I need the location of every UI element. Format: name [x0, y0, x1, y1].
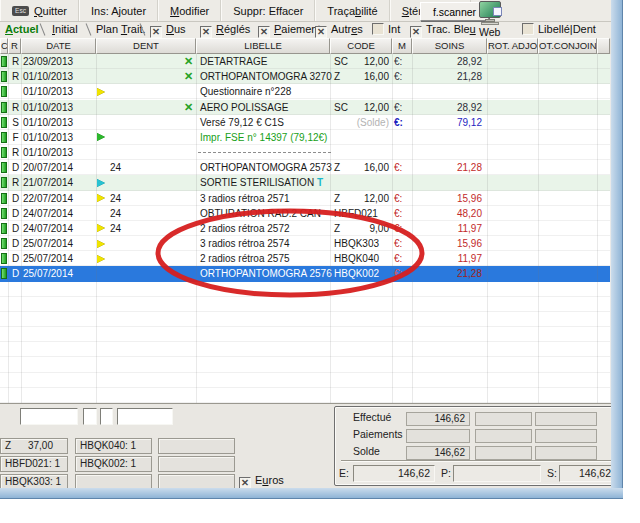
table-row[interactable]: S01/10/2013Versé 79,12 € C1S(Solde)€:79,… [0, 115, 610, 130]
table-row[interactable]: R21/07/2014SORTIE STERILISATIONT [0, 175, 610, 190]
checkbox-label: Int [388, 23, 400, 35]
euro-sign: €: [394, 236, 402, 250]
empty-row[interactable] [0, 342, 610, 357]
euro-sign: €: [394, 160, 402, 174]
row-type-letter: D [10, 206, 21, 220]
checkbox-label: Libellé|Dent [538, 23, 596, 35]
menu-item-ajouter[interactable]: Ins: Ajouter [79, 0, 158, 21]
row-type-letter: D [10, 236, 21, 250]
filter-checkbox-autres[interactable]: ✕Autres [315, 23, 363, 38]
row-type-letter: D [10, 266, 21, 281]
row-amount: 21,28 [410, 69, 482, 83]
row-label: 3 radios rétroa 2574 [200, 236, 290, 250]
column-header-m[interactable]: M [392, 38, 412, 54]
green-check-icon: ✕ [184, 69, 196, 83]
empty-row[interactable] [0, 327, 610, 342]
table-row[interactable]: D24/07/2014242 radios rétroa 2572Z9,00€:… [0, 221, 610, 236]
entry-box-1[interactable] [20, 408, 78, 425]
column-header-code[interactable]: CODE [330, 38, 392, 54]
row-coefficient: 12,00 [345, 191, 389, 205]
menu-item-effacer[interactable]: Suppr: Effacer [221, 0, 315, 21]
column-header-date[interactable]: DATE [21, 38, 96, 54]
row-status-green-bar [1, 268, 7, 279]
table-row[interactable]: R01/10/2013 [0, 145, 610, 160]
table-row[interactable]: F01/10/2013Impr. FSE n° 14397 (79,12€) [0, 130, 610, 145]
row-label: OBTURATION RAD.2 CAN [200, 206, 321, 220]
table-row[interactable]: D25/07/2014ORTHOPANTOMOGRA 2576HBQK002€:… [0, 266, 610, 281]
menu-item-label: Traçabilité [327, 5, 377, 17]
summary-empty-box [475, 446, 532, 460]
esc-key-icon: Esc [12, 6, 29, 16]
row-date: 22/07/2014 [23, 191, 73, 205]
row-tooth-number: 24 [110, 221, 121, 235]
entry-box-2[interactable] [83, 408, 97, 425]
summary-label-solde: Solde [353, 445, 380, 457]
row-type-letter: R [10, 100, 21, 114]
menu-item-modifier[interactable]: Modifier [158, 0, 221, 21]
column-header-rot-adjoint[interactable]: ROT. ADJOINT [487, 38, 538, 54]
empty-row[interactable] [0, 297, 610, 312]
table-row[interactable]: R23/09/2013✕DETARTRAGESC12,00€:28,92 [0, 54, 610, 69]
stat-box [158, 456, 235, 472]
table-row[interactable]: D22/07/2014243 radios rétroa 2571Z12,00€… [0, 191, 610, 206]
row-label: Impr. FSE n° 14397 (79,12€) [200, 130, 327, 144]
filter-checkbox-int[interactable]: Int [372, 23, 400, 35]
row-label: SORTIE STERILISATION [200, 175, 314, 189]
empty-row[interactable] [0, 312, 610, 327]
row-label: AERO POLISSAGE [200, 100, 288, 114]
row-type-letter: D [10, 251, 21, 265]
column-header-soins[interactable]: SOINS [412, 38, 487, 54]
table-row[interactable]: R01/10/2013✕ORTHOPANTOMOGRA 3270Z16,00€:… [0, 69, 610, 84]
row-code: Z [334, 69, 340, 83]
checkbox-label: Trac. Bleu [426, 23, 476, 35]
euro-sign: €: [394, 206, 402, 220]
checked-checkbox-icon[interactable]: ✕ [315, 26, 327, 38]
empty-row[interactable] [0, 357, 610, 372]
tab-separator [40, 23, 46, 35]
filter-checkbox-dus[interactable]: ✕Dus [150, 23, 186, 38]
stat-text: HBQK002: 1 [80, 457, 136, 471]
table-row[interactable]: D25/07/20143 radios rétroa 2574HBQK303€:… [0, 236, 610, 251]
unchecked-checkbox-icon[interactable] [372, 23, 384, 35]
checked-checkbox-icon[interactable]: ✕ [258, 26, 270, 38]
empty-row[interactable] [0, 388, 610, 403]
summary-empty-box [535, 446, 597, 460]
table-row[interactable]: D24/07/201424OBTURATION RAD.2 CANHBFD021… [0, 206, 610, 221]
empty-row[interactable] [0, 282, 610, 297]
menu-item-quitter[interactable]: EscQuitter [0, 0, 79, 21]
web-icon[interactable] [477, 1, 505, 27]
table-row[interactable]: R01/10/2013✕AERO POLISSAGESC12,00€:28,92 [0, 100, 610, 115]
summary-empty-box [475, 412, 532, 426]
filter-checkbox-trac-bleu[interactable]: ✕Trac. Bleu [410, 23, 476, 38]
euros-checkbox[interactable]: ✕Euros [239, 474, 284, 489]
table-row[interactable]: D25/07/20142 radios rétroa 2575HBQK040€:… [0, 251, 610, 266]
checked-checkbox-icon[interactable]: ✕ [150, 26, 162, 38]
filter-checkbox-regles[interactable]: ✕Réglés [200, 23, 250, 38]
table-row[interactable]: 01/10/2013Questionnaire n°228 [0, 84, 610, 99]
empty-row[interactable] [0, 373, 610, 388]
unchecked-checkbox-icon[interactable] [522, 23, 534, 35]
menu-item-tracabilite[interactable]: Traçabilité [315, 0, 389, 21]
column-header-dent[interactable]: DENT [96, 38, 196, 54]
column-header-libelle[interactable]: LIBELLE [196, 38, 330, 54]
entry-box-4[interactable] [117, 408, 173, 425]
tab-initial[interactable]: Initial [52, 23, 78, 35]
green-check-icon: ✕ [184, 100, 196, 114]
row-status-green-bar [1, 193, 7, 204]
checkbox-label: Réglés [216, 23, 250, 35]
filter-checkbox-libelle-dent[interactable]: Libellé|Dent [522, 23, 596, 35]
column-header-ot-conjoin[interactable]: OT.CONJOIN [538, 38, 597, 54]
tab-plan-trait[interactable]: Plan Trait. [96, 23, 146, 35]
menu-item-label: Modifier [170, 5, 209, 17]
checked-checkbox-icon[interactable]: ✕ [410, 26, 422, 38]
table-row[interactable]: D20/07/201424ORTHOPANTOMOGRA 2573Z16,00€… [0, 160, 610, 175]
column-header-r[interactable]: R [8, 38, 21, 54]
column-header-c[interactable]: C [0, 38, 8, 54]
euro-sign: €: [394, 115, 403, 129]
entry-box-3[interactable] [100, 408, 113, 425]
totals-frame: Effectué146,62PaiementsSolde146,62E:146,… [334, 406, 620, 486]
total-label-e: E: [339, 467, 349, 479]
row-label: Versé 79,12 € C1S [200, 115, 284, 129]
tab-actuel[interactable]: Actuel [5, 23, 39, 35]
checked-checkbox-icon[interactable]: ✕ [200, 26, 212, 38]
